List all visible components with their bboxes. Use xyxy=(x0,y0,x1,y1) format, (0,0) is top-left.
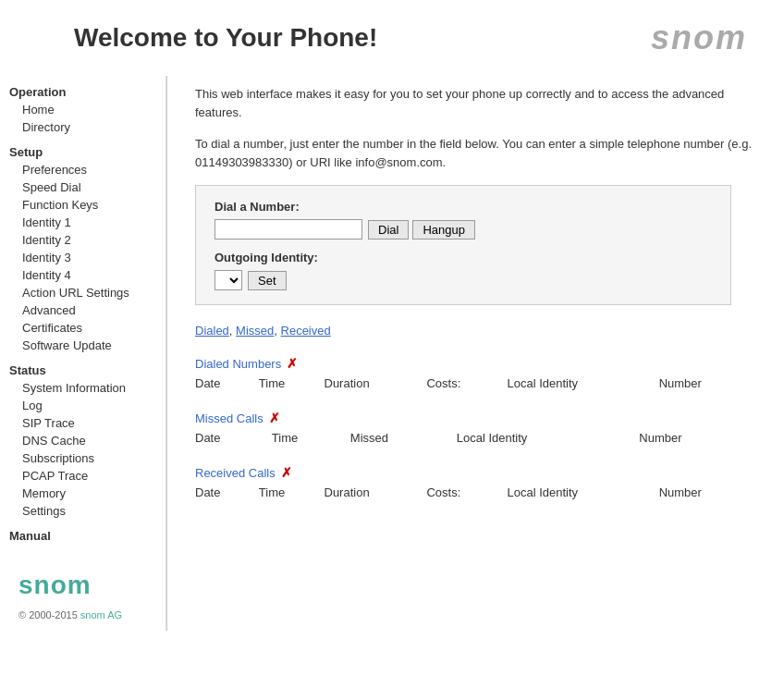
sidebar-item-function-keys[interactable]: Function Keys xyxy=(9,196,156,214)
received-section: Received Calls ✗ Date Time Duration Cost… xyxy=(195,465,756,501)
dialed-col-date: Date xyxy=(195,375,259,392)
outgoing-row: Set xyxy=(214,270,712,290)
sidebar-item-identity4[interactable]: Identity 4 xyxy=(9,266,156,284)
intro-text-2: To dial a number, just enter the number … xyxy=(195,135,756,171)
received-col-local-identity: Local Identity xyxy=(507,484,658,501)
sidebar-item-directory[interactable]: Directory xyxy=(9,118,156,136)
dialed-col-local-identity: Local Identity xyxy=(507,375,658,392)
received-col-time: Time xyxy=(259,484,325,501)
received-clear-icon[interactable]: ✗ xyxy=(281,465,292,480)
dialed-title: Dialed Numbers xyxy=(195,357,281,371)
dialed-clear-icon[interactable]: ✗ xyxy=(287,356,298,371)
outgoing-identity-select[interactable] xyxy=(214,270,242,290)
received-col-duration: Duration xyxy=(325,484,427,501)
missed-table: Date Time Missed Local Identity Number xyxy=(195,429,756,447)
missed-col-date: Date xyxy=(195,429,272,447)
dialed-col-costs: Costs: xyxy=(426,375,507,392)
sidebar-item-preferences[interactable]: Preferences xyxy=(9,161,156,178)
sidebar-item-advanced[interactable]: Advanced xyxy=(9,301,156,319)
sidebar-item-home[interactable]: Home xyxy=(9,101,156,118)
sidebar: Operation Home Directory Setup Preferenc… xyxy=(0,76,166,631)
sidebar-item-log[interactable]: Log xyxy=(9,397,156,414)
received-table: Date Time Duration Costs: Local Identity… xyxy=(195,484,756,501)
dial-row: Dial Hangup xyxy=(214,219,712,239)
dialed-columns: Date Time Duration Costs: Local Identity… xyxy=(195,375,756,392)
received-col-costs: Costs: xyxy=(426,484,507,501)
sidebar-copyright: © 2000-2015 snom AG xyxy=(9,609,156,620)
missed-header: Missed Calls ✗ xyxy=(195,411,756,425)
sidebar-logo: snom xyxy=(9,571,156,600)
section-label-manual: Manual xyxy=(9,529,156,543)
page-header: Welcome to Your Phone! snom xyxy=(0,0,784,76)
missed-title: Missed Calls xyxy=(195,411,263,425)
section-label-status: Status xyxy=(9,363,156,377)
received-title: Received Calls xyxy=(195,466,276,480)
sidebar-item-identity2[interactable]: Identity 2 xyxy=(9,231,156,249)
copyright-link[interactable]: snom AG xyxy=(80,609,122,620)
header-logo: snom xyxy=(651,18,747,57)
set-button[interactable]: Set xyxy=(248,271,287,290)
sidebar-item-settings[interactable]: Settings xyxy=(9,502,156,520)
hangup-button[interactable]: Hangup xyxy=(412,220,475,239)
missed-section: Missed Calls ✗ Date Time Missed Local Id… xyxy=(195,411,756,447)
sidebar-item-dns-cache[interactable]: DNS Cache xyxy=(9,432,156,449)
missed-link[interactable]: Missed xyxy=(236,324,274,338)
dialed-table: Date Time Duration Costs: Local Identity… xyxy=(195,375,756,392)
sidebar-item-sip-trace[interactable]: SIP Trace xyxy=(9,414,156,432)
section-label-setup: Setup xyxy=(9,145,156,159)
sidebar-item-software-update[interactable]: Software Update xyxy=(9,337,156,354)
missed-col-time: Time xyxy=(272,429,350,447)
sidebar-item-system-info[interactable]: System Information xyxy=(9,379,156,397)
dial-label: Dial a Number: xyxy=(214,200,712,214)
dial-box: Dial a Number: Dial Hangup Outgoing Iden… xyxy=(195,185,731,305)
received-columns: Date Time Duration Costs: Local Identity… xyxy=(195,484,756,501)
sidebar-item-memory[interactable]: Memory xyxy=(9,485,156,502)
main-content: This web interface makes it easy for you… xyxy=(167,76,784,631)
sidebar-item-identity3[interactable]: Identity 3 xyxy=(9,249,156,266)
dialed-col-duration: Duration xyxy=(325,375,427,392)
sidebar-logo-text: snom xyxy=(18,571,92,599)
received-col-number: Number xyxy=(659,484,756,501)
missed-columns: Date Time Missed Local Identity Number xyxy=(195,429,756,447)
sidebar-item-subscriptions[interactable]: Subscriptions xyxy=(9,449,156,467)
received-col-date: Date xyxy=(195,484,259,501)
missed-clear-icon[interactable]: ✗ xyxy=(269,411,280,425)
received-header: Received Calls ✗ xyxy=(195,465,756,480)
sidebar-item-speed-dial[interactable]: Speed Dial xyxy=(9,178,156,196)
call-log-links: Dialed, Missed, Received xyxy=(195,324,756,338)
dialed-col-number: Number xyxy=(659,375,756,392)
missed-col-local-identity: Local Identity xyxy=(457,429,640,447)
sidebar-item-action-url[interactable]: Action URL Settings xyxy=(9,284,156,301)
sidebar-item-identity1[interactable]: Identity 1 xyxy=(9,214,156,231)
dial-button[interactable]: Dial xyxy=(368,220,409,239)
received-link[interactable]: Received xyxy=(281,324,331,338)
outgoing-label: Outgoing Identity: xyxy=(214,251,712,264)
dial-input[interactable] xyxy=(214,219,362,239)
main-layout: Operation Home Directory Setup Preferenc… xyxy=(0,76,784,631)
missed-col-number: Number xyxy=(639,429,756,447)
section-label-operation: Operation xyxy=(9,85,156,99)
intro-text-1: This web interface makes it easy for you… xyxy=(195,85,756,121)
dialed-section: Dialed Numbers ✗ Date Time Duration Cost… xyxy=(195,356,756,392)
dialed-col-time: Time xyxy=(259,375,325,392)
copyright-text: © 2000-2015 xyxy=(18,609,80,620)
page-title: Welcome to Your Phone! xyxy=(74,23,377,53)
dialed-header: Dialed Numbers ✗ xyxy=(195,356,756,371)
sidebar-item-certificates[interactable]: Certificates xyxy=(9,319,156,337)
sidebar-item-pcap-trace[interactable]: PCAP Trace xyxy=(9,467,156,485)
dialed-link[interactable]: Dialed xyxy=(195,324,229,338)
missed-col-missed: Missed xyxy=(350,429,457,447)
